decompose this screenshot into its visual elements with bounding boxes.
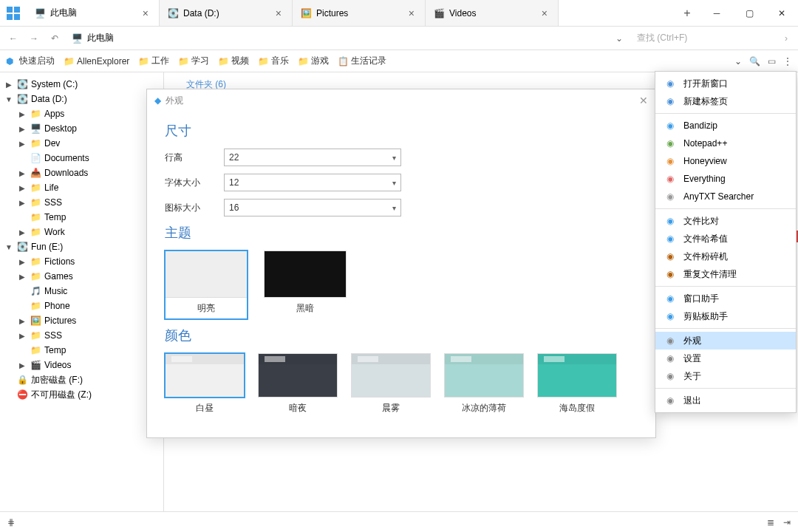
theme-card-1[interactable]: 黑暗 bbox=[264, 250, 347, 319]
tree-item-3[interactable]: ▶🖥️Desktop bbox=[0, 121, 163, 136]
bookmark-7[interactable]: 📋生活记录 bbox=[338, 55, 386, 67]
tab-3[interactable]: 🎬Videos× bbox=[426, 0, 559, 26]
tree-item-5[interactable]: 📄Documents bbox=[0, 151, 163, 166]
tree-item-13[interactable]: ▶📁Games bbox=[0, 269, 163, 284]
bookmark-4[interactable]: 📁视频 bbox=[218, 55, 249, 67]
tab-2[interactable]: 🖼️Pictures× bbox=[293, 0, 426, 26]
tree-item-20[interactable]: 🔒加密磁盘 (F:) bbox=[0, 372, 163, 387]
tree-item-0[interactable]: ▶💽System (C:) bbox=[0, 77, 163, 92]
bookmark-2[interactable]: 📁工作 bbox=[138, 55, 169, 67]
tree-item-6[interactable]: ▶📥Downloads bbox=[0, 166, 163, 180]
tab-close-icon[interactable]: × bbox=[539, 7, 550, 19]
nav-undo-button[interactable]: ↶ bbox=[46, 30, 64, 47]
tree-arrow-icon[interactable]: ▶ bbox=[18, 361, 27, 369]
menu-item-5-0[interactable]: ◉退出 bbox=[655, 392, 796, 409]
tree-arrow-icon[interactable]: ▶ bbox=[18, 140, 27, 148]
menu-item-4-0[interactable]: ◉外观 bbox=[655, 332, 796, 349]
start-button[interactable] bbox=[0, 0, 27, 26]
tree-item-14[interactable]: 🎵Music bbox=[0, 284, 163, 299]
color-card-1[interactable]: 暗夜 bbox=[258, 353, 338, 415]
tab-close-icon[interactable]: × bbox=[273, 7, 284, 19]
color-card-2[interactable]: 晨雾 bbox=[351, 353, 431, 415]
status-grid-icon[interactable]: ⋕ bbox=[7, 517, 15, 528]
tree-arrow-icon[interactable]: ▶ bbox=[18, 110, 27, 118]
menu-item-0-0[interactable]: ◉打开新窗口 bbox=[655, 75, 796, 92]
tree-arrow-icon[interactable]: ▶ bbox=[18, 184, 27, 192]
expand-icon[interactable]: ⌄ bbox=[734, 56, 742, 66]
bookmark-5[interactable]: 📁音乐 bbox=[258, 55, 289, 67]
color-card-4[interactable]: 海岛度假 bbox=[537, 353, 617, 415]
tree-item-17[interactable]: ▶📁SSS bbox=[0, 328, 163, 343]
bookmark-6[interactable]: 📁游戏 bbox=[298, 55, 329, 67]
new-tab-button[interactable]: + bbox=[674, 0, 700, 26]
tree-arrow-icon[interactable]: ▶ bbox=[18, 169, 27, 177]
menu-item-0-1[interactable]: ◉新建标签页 bbox=[655, 92, 796, 110]
address-path[interactable]: 🖥️ 此电脑 bbox=[66, 32, 607, 44]
tree-arrow-icon[interactable]: ▶ bbox=[18, 258, 27, 266]
menu-item-1-0[interactable]: ◉Bandizip bbox=[655, 117, 796, 134]
nav-back-button[interactable]: ← bbox=[4, 30, 22, 47]
tab-1[interactable]: 💽Data (D:)× bbox=[160, 0, 293, 26]
menu-item-2-1[interactable]: ◉文件哈希值 bbox=[655, 230, 796, 248]
color-card-0[interactable]: 白昼 bbox=[165, 353, 245, 415]
more-icon[interactable]: ⋮ bbox=[783, 56, 792, 66]
tree-item-12[interactable]: ▶📁Fictions bbox=[0, 254, 163, 269]
tree-item-21[interactable]: ⛔不可用磁盘 (Z:) bbox=[0, 387, 163, 402]
select-fontsize[interactable]: 12▾ bbox=[224, 174, 401, 191]
minimize-button[interactable]: ─ bbox=[700, 0, 733, 26]
tree-arrow-icon[interactable]: ▶ bbox=[18, 228, 27, 236]
tree-item-1[interactable]: ▼💽Data (D:) bbox=[0, 92, 163, 106]
tree-arrow-icon[interactable]: ▶ bbox=[4, 81, 13, 89]
tree-item-9[interactable]: 📁Temp bbox=[0, 210, 163, 225]
tree-item-8[interactable]: ▶📁SSS bbox=[0, 195, 163, 210]
theme-card-0[interactable]: 明亮 bbox=[165, 250, 248, 319]
tree-item-7[interactable]: ▶📁Life bbox=[0, 180, 163, 195]
maximize-button[interactable]: ▢ bbox=[733, 0, 765, 26]
tab-close-icon[interactable]: × bbox=[406, 7, 417, 19]
tree-item-16[interactable]: ▶🖼️Pictures bbox=[0, 313, 163, 328]
tree-arrow-icon[interactable]: ▶ bbox=[18, 125, 27, 133]
menu-item-3-1[interactable]: ◉剪贴板助手 bbox=[655, 307, 796, 325]
panel-icon[interactable]: ▭ bbox=[768, 56, 776, 66]
tree-item-4[interactable]: ▶📁Dev bbox=[0, 136, 163, 151]
tree-item-18[interactable]: 📁Temp bbox=[0, 343, 163, 358]
menu-item-1-3[interactable]: ◉Everything bbox=[655, 170, 796, 188]
tree-arrow-icon[interactable]: ▶ bbox=[18, 317, 27, 325]
tree-item-15[interactable]: 📁Phone bbox=[0, 299, 163, 313]
search-icon[interactable]: 🔍 bbox=[749, 56, 760, 66]
dialog-title: 外观 bbox=[166, 95, 183, 107]
close-button[interactable]: ✕ bbox=[765, 0, 798, 26]
bookmark-3[interactable]: 📁学习 bbox=[178, 55, 209, 67]
address-dropdown-button[interactable]: ⌄ bbox=[610, 30, 628, 47]
tree-item-2[interactable]: ▶📁Apps bbox=[0, 106, 163, 121]
tree-item-11[interactable]: ▼💽Fun (E:) bbox=[0, 239, 163, 254]
color-card-3[interactable]: 冰凉的薄荷 bbox=[444, 353, 524, 415]
search-box[interactable]: 查找 (Ctrl+F) › bbox=[631, 32, 794, 44]
tab-0[interactable]: 🖥️此电脑× bbox=[27, 0, 160, 26]
tab-close-icon[interactable]: × bbox=[140, 7, 151, 19]
status-list-icon[interactable]: ≣ bbox=[767, 517, 774, 528]
select-rowheight[interactable]: 22▾ bbox=[224, 149, 401, 166]
tree-arrow-icon[interactable]: ▶ bbox=[18, 273, 27, 281]
dialog-close-button[interactable]: ✕ bbox=[639, 95, 648, 106]
bookmark-1[interactable]: 📁AllenExplorer bbox=[64, 55, 129, 67]
tree-arrow-icon[interactable]: ▼ bbox=[4, 95, 13, 103]
menu-item-3-0[interactable]: ◉窗口助手 bbox=[655, 290, 796, 307]
nav-forward-button[interactable]: → bbox=[25, 30, 43, 47]
menu-item-2-0[interactable]: ◉文件比对 bbox=[655, 212, 796, 230]
tree-item-10[interactable]: ▶📁Work bbox=[0, 225, 163, 239]
menu-item-2-2[interactable]: ◉文件粉碎机 bbox=[655, 248, 796, 265]
select-iconsize[interactable]: 16▾ bbox=[224, 199, 401, 216]
menu-item-1-1[interactable]: ◉Notepad++ bbox=[655, 134, 796, 152]
tree-arrow-icon[interactable]: ▶ bbox=[18, 199, 27, 207]
menu-item-4-1[interactable]: ◉设置 bbox=[655, 349, 796, 367]
menu-item-1-2[interactable]: ◉Honeyview bbox=[655, 152, 796, 170]
tree-arrow-icon[interactable]: ▶ bbox=[18, 332, 27, 340]
status-indent-icon[interactable]: ⇥ bbox=[783, 517, 791, 528]
menu-item-4-2[interactable]: ◉关于 bbox=[655, 367, 796, 385]
bookmark-0[interactable]: ⬢快速启动 bbox=[6, 55, 55, 67]
menu-item-2-3[interactable]: ◉重复文件清理 bbox=[655, 265, 796, 283]
menu-item-1-4[interactable]: ◉AnyTXT Searcher bbox=[655, 188, 796, 205]
tree-arrow-icon[interactable]: ▼ bbox=[4, 243, 13, 251]
tree-item-19[interactable]: ▶🎬Videos bbox=[0, 358, 163, 372]
